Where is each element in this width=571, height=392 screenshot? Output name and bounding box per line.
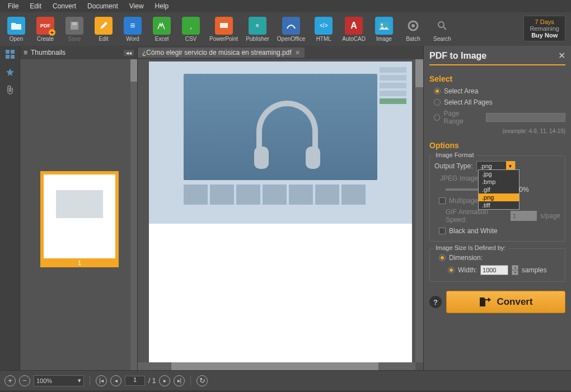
first-page-button[interactable]: |◂ (96, 375, 107, 386)
page-range-input (486, 113, 565, 122)
gif-speed-label: GIF Animation Speed: (446, 208, 507, 224)
image-size-fieldset: Image Size Is Defined by: Dimension: Wid… (429, 248, 565, 282)
page-number-input[interactable]: 1 (125, 376, 145, 386)
zoom-select[interactable]: 100%▾ (34, 375, 84, 386)
open-button[interactable]: Open (6, 17, 27, 42)
close-panel-icon[interactable]: ✕ (558, 50, 565, 61)
pdf-to-image-panel: PDF to Image ✕ Select Select Area Select… (423, 46, 571, 370)
options-section-heading: Options (429, 141, 565, 150)
output-type-dropdown[interactable]: .jpg .bmp .gif .png .tiff (478, 169, 519, 210)
svg-rect-11 (6, 55, 10, 59)
hamburger-icon[interactable]: ≡ (24, 49, 27, 56)
convert-button[interactable]: Convert (446, 291, 565, 313)
selection-overlay[interactable] (149, 62, 412, 224)
width-radio[interactable] (448, 267, 455, 273)
document-vertical-scrollbar[interactable] (415, 59, 423, 362)
zoom-in-button[interactable]: + (4, 375, 16, 386)
thumbnails-scrollbar[interactable] (130, 59, 137, 370)
edit-button[interactable]: Edit (93, 17, 114, 42)
image-format-fieldset: Image Format Output Type: .png▼ .jpg .bm… (429, 155, 565, 242)
trial-buy-box[interactable]: 7 Days Remaining Buy Now (523, 16, 565, 41)
width-label: Width: (458, 266, 477, 274)
dd-jpg[interactable]: .jpg (479, 170, 519, 178)
powerpoint-button[interactable]: PowerPoint (209, 17, 238, 42)
width-spinner[interactable]: ▴▾ (512, 265, 518, 275)
svg-rect-9 (6, 50, 10, 54)
search-button[interactable]: Search (432, 17, 453, 42)
menu-help[interactable]: Help (149, 1, 175, 11)
dd-tiff[interactable]: .tiff (479, 201, 519, 209)
csv-button[interactable]: ,CSV (180, 17, 202, 42)
openoffice-button[interactable]: OpenOffice (277, 17, 305, 42)
bookmarks-rail-icon[interactable] (4, 66, 16, 78)
document-area: ¿Cómo elegir servicio de música en strea… (138, 46, 423, 370)
batch-button[interactable]: Batch (402, 17, 424, 42)
last-page-button[interactable]: ▸| (174, 375, 185, 386)
help-icon[interactable]: ? (429, 296, 442, 308)
page-total: 1 (152, 377, 156, 385)
menu-view[interactable]: View (124, 1, 149, 11)
panel-title: PDF to Image (429, 51, 486, 61)
attachments-rail-icon[interactable] (4, 84, 16, 96)
publisher-button[interactable]: ≡Publisher (246, 17, 269, 42)
save-button: Save (64, 17, 85, 42)
select-section-heading: Select (429, 74, 565, 83)
autocad-button[interactable]: AAutoCAD (342, 17, 366, 42)
page-range-hint: (example: 4-9, 11, 14-19) (429, 127, 565, 138)
image-button[interactable]: Image (373, 17, 395, 42)
thumbnails-header: ≡ Thumbnails ◂◂ (20, 46, 137, 59)
thumbnails-panel: ≡ Thumbnails ◂◂ 1 (20, 46, 138, 370)
document-tab[interactable]: ¿Cómo elegir servicio de música en strea… (138, 48, 305, 58)
select-all-pages-radio[interactable]: Select All Pages (429, 97, 565, 108)
gif-speed-input: 1 (511, 211, 537, 221)
main-area: ≡ Thumbnails ◂◂ 1 ¿Cómo elegir servicio … (0, 46, 571, 370)
document-viewport[interactable] (138, 59, 423, 370)
menu-document[interactable]: Document (82, 1, 124, 11)
svg-rect-1 (72, 22, 77, 25)
document-page (149, 62, 412, 363)
toolbar: Open PDF+Create Save Edit ≡Word Excel ,C… (0, 12, 571, 46)
thumbnail-page-1[interactable]: 1 (40, 171, 119, 267)
svg-rect-12 (11, 55, 15, 59)
zoom-out-button[interactable]: − (19, 375, 30, 386)
document-horizontal-scrollbar[interactable] (138, 362, 415, 370)
create-button[interactable]: PDF+Create (35, 17, 56, 42)
thumbnails-body: 1 (20, 59, 137, 370)
svg-rect-10 (11, 50, 15, 54)
document-tab-title: ¿Cómo elegir servicio de música en strea… (142, 49, 292, 56)
select-area-radio[interactable]: Select Area (429, 86, 565, 97)
menu-bar: File Edit Convert Document View Help (0, 0, 571, 12)
document-tabs: ¿Cómo elegir servicio de música en strea… (138, 46, 423, 59)
menu-convert[interactable]: Convert (47, 1, 82, 11)
dd-gif[interactable]: .gif (479, 186, 519, 193)
status-bar: + − 100%▾ |◂ ◂ 1 / 1 ▸ ▸| ↻ (0, 370, 571, 390)
jpeg-quality-label: JPEG Image (440, 174, 478, 182)
svg-point-7 (438, 22, 444, 27)
prev-page-button[interactable]: ◂ (110, 375, 121, 386)
width-input[interactable]: 1000 (480, 265, 508, 275)
excel-button[interactable]: Excel (151, 17, 172, 42)
svg-point-4 (381, 23, 383, 26)
convert-icon (479, 296, 491, 308)
thumbnails-title: Thumbnails (31, 49, 65, 56)
left-rail (0, 46, 20, 370)
menu-file[interactable]: File (2, 1, 24, 11)
close-tab-icon[interactable]: ✕ (295, 49, 300, 56)
dd-png[interactable]: .png (479, 193, 519, 201)
svg-rect-2 (220, 23, 228, 28)
next-page-button[interactable]: ▸ (159, 375, 170, 386)
thumbnails-rail-icon[interactable] (4, 48, 16, 60)
menu-edit[interactable]: Edit (24, 1, 47, 11)
html-button[interactable]: </>HTML (313, 17, 334, 42)
word-button[interactable]: ≡Word (122, 17, 143, 42)
rotate-button[interactable]: ↻ (196, 375, 208, 386)
dd-bmp[interactable]: .bmp (479, 178, 519, 186)
dimension-radio[interactable]: Dimension: (434, 252, 560, 263)
output-type-label: Output Type: (434, 162, 473, 170)
svg-point-6 (411, 24, 415, 27)
collapse-thumbnails-button[interactable]: ◂◂ (124, 50, 134, 56)
page-range-radio[interactable]: Page Range (429, 108, 565, 127)
black-and-white-checkbox[interactable]: Black and White (434, 225, 560, 237)
svg-line-8 (443, 27, 446, 30)
